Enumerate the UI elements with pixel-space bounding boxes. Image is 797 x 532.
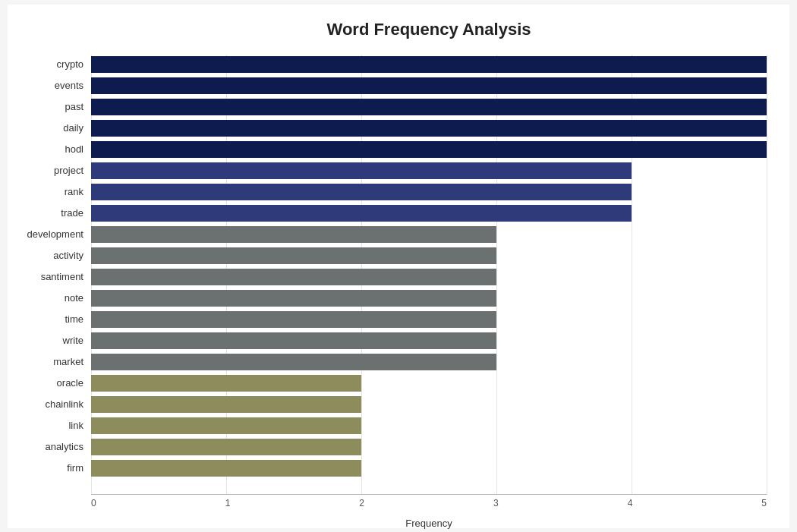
bar-track [91,290,767,307]
bar-row: development [91,225,767,244]
bar-label: analytics [8,441,91,452]
bar-fill [91,332,496,349]
bar-fill [91,417,361,434]
bar-label: oracle [8,377,91,389]
bar-track [91,269,767,285]
bar-fill [91,141,767,158]
bar-fill [91,120,767,137]
bar-label: development [8,228,91,240]
bar-track [91,375,767,392]
chart-title: Word Frequency Analysis [91,20,767,39]
bar-track [91,332,767,349]
bar-row: firm [91,458,767,478]
bar-fill [91,247,496,264]
bar-track [91,184,767,200]
bar-track [91,120,767,137]
bar-label: crypto [8,58,91,70]
bar-label: events [8,80,91,91]
bar-track [91,99,767,115]
bar-row: events [91,76,767,96]
bar-fill [91,439,361,455]
bar-fill [91,162,632,179]
bar-track [91,417,767,434]
bar-row: project [91,161,767,181]
bar-track [91,141,767,158]
bar-track [91,226,767,243]
bar-label: time [8,313,91,325]
bar-track [91,311,767,328]
x-tick-2: 2 [359,498,364,508]
x-tick-5: 5 [761,498,767,508]
bar-label: trade [8,207,91,219]
bar-label: link [8,420,91,431]
bar-row: chainlink [91,395,767,414]
bar-track [91,56,767,73]
bar-track [91,439,767,455]
bar-row: write [91,331,767,351]
bar-row: rank [91,182,767,202]
bar-row: past [91,97,767,117]
bar-track [91,162,767,179]
bar-label: rank [8,186,91,197]
bar-fill [91,269,496,285]
x-tick-4: 4 [628,498,633,508]
bar-track [91,354,767,370]
bar-label: project [8,165,91,176]
bar-fill [91,99,767,115]
bar-fill [91,290,496,307]
bar-row: market [91,352,767,372]
bar-fill [91,375,361,392]
bar-label: daily [8,122,91,134]
bar-fill [91,184,632,200]
bar-fill [91,311,496,328]
bar-label: activity [8,250,91,261]
bar-track [91,77,767,94]
x-tick-0: 0 [91,498,96,508]
bar-row: hodl [91,140,767,159]
bar-label: past [8,101,91,112]
bar-label: hodl [8,143,91,155]
bar-row: daily [91,118,767,138]
bar-track [91,205,767,222]
bar-track [91,247,767,264]
chart-container: Word Frequency Analysis cryptoeventspast… [8,5,789,528]
x-axis-label: Frequency [91,518,767,529]
bar-row: note [91,288,767,308]
bar-row: santiment [91,267,767,287]
bar-row: link [91,416,767,436]
bar-track [91,460,767,477]
bar-fill [91,205,632,222]
bar-fill [91,460,361,477]
bar-fill [91,56,767,73]
bar-row: oracle [91,373,767,393]
bars-container: cryptoeventspastdailyhodlprojectranktrad… [91,55,767,478]
bar-label: note [8,292,91,304]
bar-row: analytics [91,437,767,457]
bar-fill [91,354,496,370]
bar-row: activity [91,246,767,266]
bar-track [91,396,767,413]
bar-label: chainlink [8,398,91,410]
bar-row: time [91,310,767,329]
bar-label: santiment [8,271,91,282]
x-tick-3: 3 [493,498,499,508]
bar-label: market [8,356,91,367]
bar-fill [91,77,767,94]
bar-fill [91,396,361,413]
bar-row: trade [91,203,767,223]
x-tick-1: 1 [225,498,231,508]
bar-label: firm [8,462,91,474]
bar-label: write [8,335,91,346]
bar-fill [91,226,496,243]
bar-row: crypto [91,55,767,74]
